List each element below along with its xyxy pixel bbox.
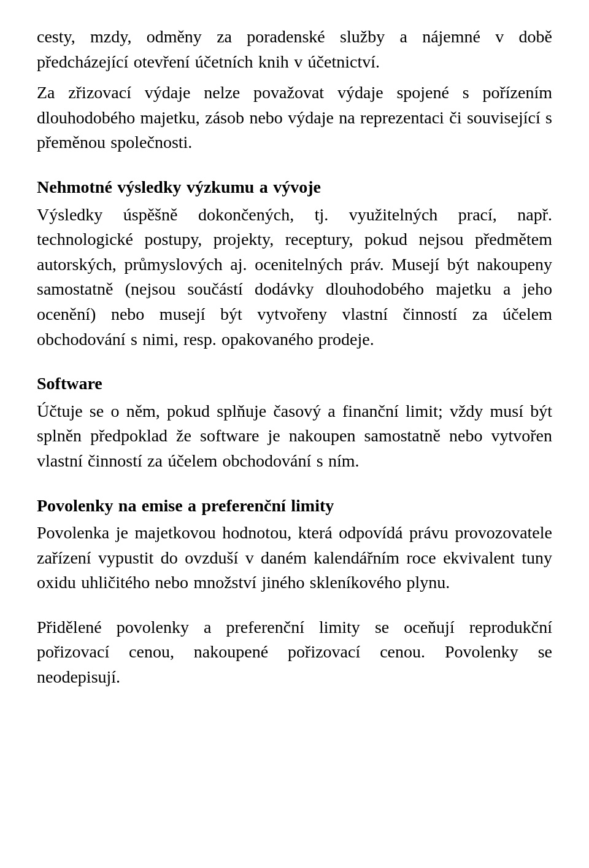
nehmotne-body: Výsledky úspěšně dokončených, tj. využit… <box>37 203 552 352</box>
software-body: Účtuje se o něm, pokud splňuje časový a … <box>37 399 552 474</box>
nehmotne-heading: Nehmotné výsledky výzkumu a vývoje <box>37 175 552 200</box>
intro-paragraph: cesty, mzdy, odměny za poradenské služby… <box>37 25 552 74</box>
povolenky-body: Povolenka je majetkovou hodnotou, která … <box>37 521 552 595</box>
software-heading: Software <box>37 371 552 397</box>
software-section: Software Účtuje se o něm, pokud splňuje … <box>37 371 552 473</box>
povolenky-heading: Povolenky na emise a preferenční limity <box>37 494 552 519</box>
pridelene-section: Přidělené povolenky a preferenční limity… <box>37 615 552 690</box>
pridelene-paragraph: Přidělené povolenky a preferenční limity… <box>37 615 552 690</box>
main-content: cesty, mzdy, odměny za poradenské služby… <box>37 25 552 690</box>
povolenky-section: Povolenky na emise a preferenční limity … <box>37 494 552 595</box>
zrizovaci-paragraph: Za zřizovací výdaje nelze považovat výda… <box>37 80 552 155</box>
nehmotne-section: Nehmotné výsledky výzkumu a vývoje Výsle… <box>37 175 552 352</box>
intro-section: cesty, mzdy, odměny za poradenské služby… <box>37 25 552 155</box>
